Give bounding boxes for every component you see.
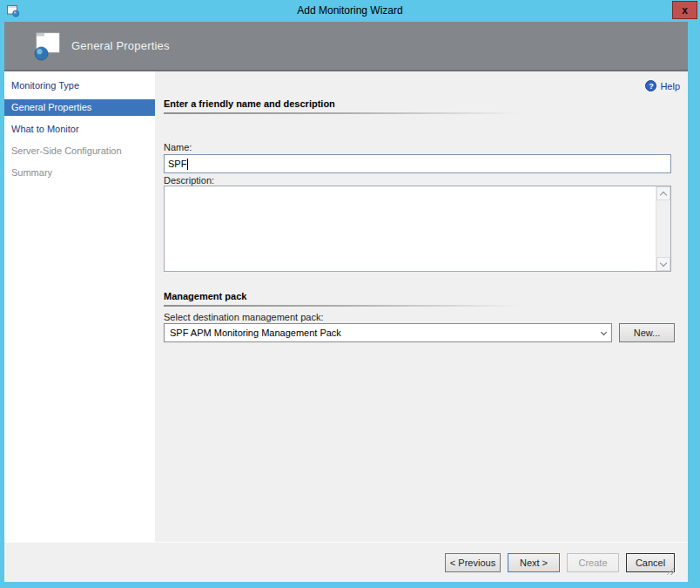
help-link[interactable]: ? Help (645, 80, 680, 91)
titlebar: Add Monitoring Wizard x (0, 0, 700, 22)
name-input[interactable]: SPF (164, 154, 671, 173)
scroll-down-button[interactable] (656, 257, 670, 271)
new-management-pack-button[interactable]: New... (619, 323, 675, 342)
wizard-footer: < Previous Next > Create Cancel (4, 542, 688, 582)
page-title: General Properties (71, 39, 170, 52)
cancel-button[interactable]: Cancel (626, 553, 675, 572)
step-general-properties[interactable]: General Properties (4, 99, 155, 116)
create-button: Create (567, 553, 619, 572)
wizard-steps-sidebar: Monitoring Type General Properties What … (4, 71, 155, 542)
window-title: Add Monitoring Wizard (0, 0, 700, 22)
banner: General Properties (4, 22, 688, 71)
step-what-to-monitor[interactable]: What to Monitor (4, 121, 155, 138)
step-monitoring-type[interactable]: Monitoring Type (4, 78, 155, 94)
name-label: Name: (164, 142, 192, 152)
scroll-up-button[interactable] (656, 186, 670, 200)
management-pack-dropdown[interactable]: SPF APM Monitoring Management Pack (164, 323, 612, 342)
select-management-pack-label: Select destination management pack: (164, 312, 323, 322)
text-caret (187, 159, 188, 170)
description-textarea[interactable] (164, 186, 671, 272)
help-icon: ? (645, 80, 656, 91)
help-label: Help (660, 81, 680, 91)
next-button[interactable]: Next > (508, 553, 560, 572)
close-icon: x (682, 4, 688, 17)
name-input-value: SPF (168, 159, 186, 169)
name-section-heading: Enter a friendly name and description (164, 98, 671, 109)
step-server-side-configuration: Server-Side Configuration (4, 143, 155, 159)
wizard-content: ? Help Enter a friendly name and descrip… (155, 71, 688, 542)
section-divider (164, 112, 671, 114)
add-monitoring-wizard-window: Add Monitoring Wizard x General Properti… (0, 0, 700, 588)
description-scrollbar[interactable] (656, 186, 670, 271)
close-button[interactable]: x (672, 1, 697, 19)
chevron-down-icon (660, 259, 667, 266)
dropdown-chevron-icon (601, 328, 607, 335)
description-value (165, 186, 656, 271)
general-properties-icon (30, 30, 62, 62)
management-pack-selected-value: SPF APM Monitoring Management Pack (170, 328, 602, 338)
description-label: Description: (164, 175, 214, 186)
section-divider (164, 305, 671, 307)
management-pack-row: SPF APM Monitoring Management Pack New..… (164, 323, 675, 342)
step-summary: Summary (4, 165, 155, 181)
management-pack-heading: Management pack (164, 291, 671, 301)
chevron-up-icon (660, 191, 667, 198)
previous-button[interactable]: < Previous (445, 553, 501, 572)
